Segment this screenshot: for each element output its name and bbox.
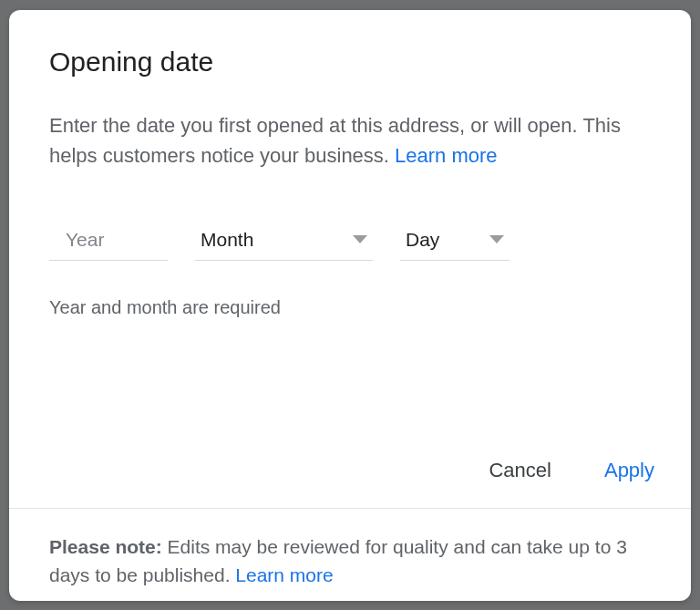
- day-dropdown[interactable]: Day: [400, 223, 510, 261]
- year-input[interactable]: Year: [49, 223, 168, 261]
- chevron-down-icon: [353, 235, 367, 243]
- helper-text: Year and month are required: [49, 297, 651, 318]
- footer-learn-more-link[interactable]: Learn more: [235, 564, 333, 585]
- dialog-footer: Please note: Edits may be reviewed for q…: [9, 508, 691, 601]
- dialog-title: Opening date: [49, 47, 651, 78]
- year-placeholder: Year: [55, 229, 104, 251]
- month-dropdown[interactable]: Month: [195, 223, 373, 261]
- chevron-down-icon: [489, 235, 504, 243]
- day-label: Day: [406, 229, 439, 251]
- dialog-actions: Cancel Apply: [9, 453, 691, 508]
- footer-note-label: Please note:: [49, 536, 162, 557]
- footer-note: Please note: Edits may be reviewed for q…: [49, 532, 654, 590]
- cancel-button[interactable]: Cancel: [485, 453, 554, 488]
- opening-date-dialog: Opening date Enter the date you first op…: [9, 10, 691, 601]
- learn-more-link[interactable]: Learn more: [395, 144, 498, 167]
- dialog-description-text: Enter the date you first opened at this …: [49, 114, 621, 167]
- date-fields: Year Month Day: [49, 223, 651, 261]
- dialog-content: Opening date Enter the date you first op…: [9, 10, 691, 453]
- month-label: Month: [201, 229, 253, 251]
- dialog-description: Enter the date you first opened at this …: [49, 110, 651, 171]
- apply-button[interactable]: Apply: [601, 453, 658, 488]
